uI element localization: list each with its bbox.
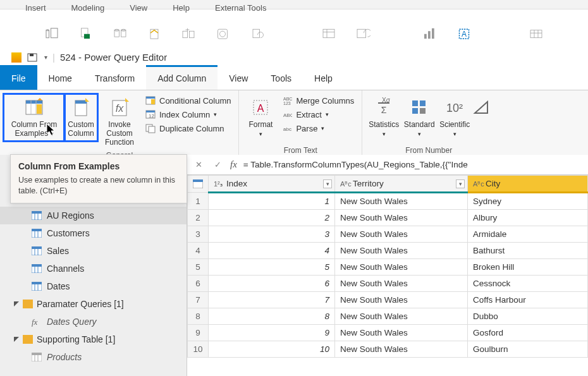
query-channels[interactable]: Channels bbox=[0, 260, 187, 277]
cell-city[interactable]: Bathurst bbox=[468, 243, 588, 259]
svg-text:A: A bbox=[462, 30, 467, 39]
tab-file[interactable]: File bbox=[0, 65, 37, 90]
row-number[interactable]: 5 bbox=[188, 259, 209, 276]
cell-territory[interactable]: New South Wales bbox=[335, 226, 468, 243]
qat-dropdown-icon[interactable]: ▾ bbox=[44, 54, 47, 61]
filter-dropdown-icon[interactable]: ▾ bbox=[456, 179, 465, 188]
svg-marker-88 bbox=[14, 337, 19, 342]
tab-view[interactable]: View bbox=[217, 65, 259, 90]
cell-city[interactable]: Armidale bbox=[468, 226, 588, 243]
tab-home[interactable]: Home bbox=[37, 65, 83, 90]
tab-tools[interactable]: Tools bbox=[259, 65, 303, 90]
query-sales[interactable]: Sales bbox=[0, 242, 187, 260]
table-row[interactable]: 9 9 New South Wales Gosford bbox=[188, 325, 588, 341]
cell-territory[interactable]: New South Wales bbox=[335, 193, 468, 210]
table-row[interactable]: 7 7 New South Wales Coffs Harbour bbox=[188, 292, 588, 308]
statistics-button[interactable]: XσΣ Statistics▾ bbox=[366, 94, 401, 141]
row-number[interactable]: 2 bbox=[188, 210, 209, 226]
extract-button[interactable]: ABC Extract ▾ bbox=[282, 109, 354, 119]
svg-rect-62 bbox=[420, 100, 426, 106]
merge-columns-button[interactable]: ABC123 Merge Columns bbox=[282, 95, 354, 106]
cell-city[interactable]: Sydney bbox=[468, 193, 588, 210]
scientific-button[interactable]: 10² Scientific▾ bbox=[437, 94, 472, 141]
query-au-regions[interactable]: AU Regions bbox=[0, 207, 187, 224]
svg-rect-80 bbox=[32, 264, 42, 267]
row-number[interactable]: 8 bbox=[188, 308, 209, 325]
column-header-city[interactable]: AᴮcCity bbox=[468, 176, 588, 193]
column-header-index[interactable]: 1²₃Index ▾ bbox=[209, 176, 335, 193]
standard-button[interactable]: Standard▾ bbox=[401, 94, 437, 141]
tab-add-column[interactable]: Add Column bbox=[146, 65, 217, 90]
row-number[interactable]: 7 bbox=[188, 292, 209, 308]
formula-text[interactable]: = Table.TransformColumnTypes(AU_Regions_… bbox=[243, 160, 583, 169]
query-customers[interactable]: Customers bbox=[0, 224, 187, 242]
index-column-button[interactable]: 12 Index Column ▾ bbox=[145, 109, 231, 119]
cell-index[interactable]: 7 bbox=[209, 292, 335, 308]
cell-city[interactable]: Goulburn bbox=[468, 341, 588, 358]
cell-index[interactable]: 9 bbox=[209, 325, 335, 341]
table-row[interactable]: 6 6 New South Wales Cessnock bbox=[188, 276, 588, 292]
cell-territory[interactable]: New South Wales bbox=[335, 276, 468, 292]
row-number[interactable]: 9 bbox=[188, 325, 209, 341]
data-grid[interactable]: 1²₃Index ▾ AᴮcTerritory ▾ AᴮcCity 1 1 Ne… bbox=[187, 175, 588, 376]
query-products[interactable]: Products bbox=[0, 348, 187, 366]
accept-formula-icon[interactable]: ✓ bbox=[211, 159, 224, 171]
table-row[interactable]: 8 8 New South Wales Dubbo bbox=[188, 308, 588, 325]
svg-marker-95 bbox=[47, 124, 54, 135]
format-button[interactable]: A Format▾ bbox=[243, 94, 278, 141]
parse-button[interactable]: abc Parse ▾ bbox=[282, 123, 354, 133]
query-dates[interactable]: Dates bbox=[0, 277, 187, 295]
save-icon[interactable] bbox=[27, 52, 39, 63]
table-row[interactable]: 3 3 New South Wales Armidale bbox=[188, 226, 588, 243]
cell-index[interactable]: 6 bbox=[209, 276, 335, 292]
row-number[interactable]: 1 bbox=[188, 193, 209, 210]
cancel-formula-icon[interactable]: ✕ bbox=[192, 159, 205, 171]
row-number[interactable]: 4 bbox=[188, 243, 209, 259]
cell-index[interactable]: 3 bbox=[209, 226, 335, 243]
table-row[interactable]: 5 5 New South Wales Broken Hill bbox=[188, 259, 588, 276]
fx-icon[interactable]: fx bbox=[230, 159, 237, 170]
tab-transform[interactable]: Transform bbox=[83, 65, 146, 90]
cell-city[interactable]: Broken Hill bbox=[468, 259, 588, 276]
invoke-custom-function-button[interactable]: fx Invoke Custom Function bbox=[97, 94, 142, 149]
trig-button[interactable] bbox=[472, 94, 491, 123]
cell-city[interactable]: Gosford bbox=[468, 325, 588, 341]
svg-marker-37 bbox=[37, 98, 42, 100]
svg-rect-14 bbox=[217, 29, 227, 39]
row-number[interactable]: 10 bbox=[188, 341, 209, 358]
cell-index[interactable]: 8 bbox=[209, 308, 335, 325]
table-row[interactable]: 1 1 New South Wales Sydney bbox=[188, 193, 588, 210]
folder-parameter-queries[interactable]: Paramater Queries [1] bbox=[0, 295, 187, 313]
folder-supporting-table[interactable]: Supporting Table [1] bbox=[0, 331, 187, 348]
cell-territory[interactable]: New South Wales bbox=[335, 259, 468, 276]
duplicate-column-button[interactable]: Duplicate Column bbox=[145, 123, 231, 133]
custom-column-button[interactable]: Custom Column bbox=[64, 94, 97, 141]
cell-index[interactable]: 10 bbox=[209, 341, 335, 358]
cell-territory[interactable]: New South Wales bbox=[335, 243, 468, 259]
row-number[interactable]: 3 bbox=[188, 226, 209, 243]
svg-marker-87 bbox=[14, 301, 19, 306]
cell-city[interactable]: Albury bbox=[468, 210, 588, 226]
row-number[interactable]: 6 bbox=[188, 276, 209, 292]
table-row[interactable]: 10 10 New South Wales Goulburn bbox=[188, 341, 588, 358]
filter-dropdown-icon[interactable]: ▾ bbox=[323, 179, 332, 188]
cell-index[interactable]: 1 bbox=[209, 193, 335, 210]
grid-corner[interactable] bbox=[188, 176, 209, 193]
cell-city[interactable]: Coffs Harbour bbox=[468, 292, 588, 308]
conditional-column-button[interactable]: Conditional Column bbox=[145, 95, 231, 106]
column-header-territory[interactable]: AᴮcTerritory ▾ bbox=[335, 176, 468, 193]
tab-help[interactable]: Help bbox=[303, 65, 344, 90]
cell-city[interactable]: Cessnock bbox=[468, 276, 588, 292]
cell-index[interactable]: 5 bbox=[209, 259, 335, 276]
cell-index[interactable]: 4 bbox=[209, 243, 335, 259]
query-dates-query[interactable]: fx Dates Query bbox=[0, 313, 187, 331]
cell-city[interactable]: Dubbo bbox=[468, 308, 588, 325]
cell-territory[interactable]: New South Wales bbox=[335, 325, 468, 341]
table-row[interactable]: 4 4 New South Wales Bathurst bbox=[188, 243, 588, 259]
cell-index[interactable]: 2 bbox=[209, 210, 335, 226]
table-row[interactable]: 2 2 New South Wales Albury bbox=[188, 210, 588, 226]
cell-territory[interactable]: New South Wales bbox=[335, 308, 468, 325]
cell-territory[interactable]: New South Wales bbox=[335, 341, 468, 358]
cell-territory[interactable]: New South Wales bbox=[335, 292, 468, 308]
cell-territory[interactable]: New South Wales bbox=[335, 210, 468, 226]
